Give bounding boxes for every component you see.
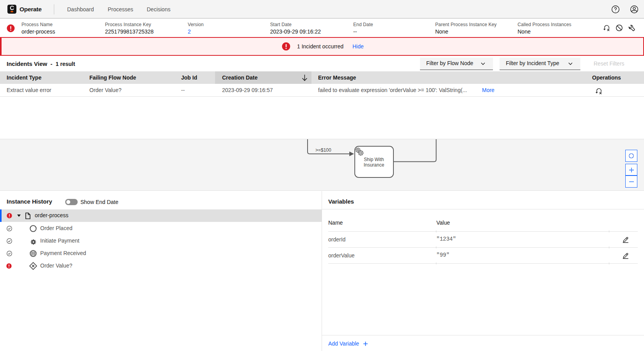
- svg-text:Ship With: Ship With: [364, 157, 384, 162]
- svg-text:Insurance: Insurance: [364, 162, 384, 168]
- svg-text:>=$100: >=$100: [315, 147, 331, 153]
